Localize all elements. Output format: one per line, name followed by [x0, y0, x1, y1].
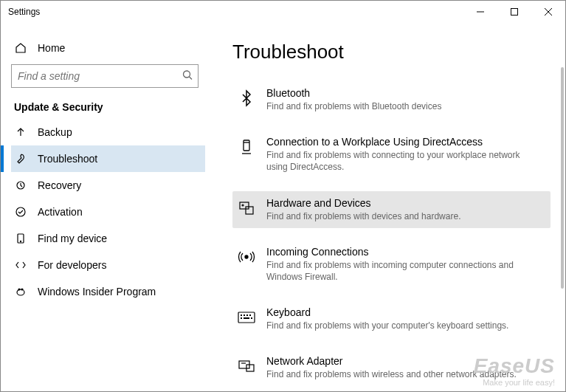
svg-rect-17 [240, 202, 249, 209]
troubleshoot-item-label: Bluetooth [266, 87, 441, 99]
window-controls [463, 1, 565, 23]
sidebar-section-title: Update & Security [11, 101, 205, 119]
svg-point-11 [17, 289, 24, 295]
sidebar-item-label: Windows Insider Program [38, 286, 156, 298]
sidebar-item-label: Recovery [38, 179, 81, 191]
window-title: Settings [8, 7, 40, 17]
search-input[interactable] [11, 64, 199, 88]
page-title: Troubleshoot [232, 41, 551, 63]
backup-icon [14, 126, 27, 138]
close-button[interactable] [531, 1, 565, 23]
sidebar-item-label: Troubleshoot [38, 153, 97, 165]
svg-rect-28 [251, 317, 252, 319]
insider-icon [14, 286, 27, 298]
troubleshoot-item-desc: Find and fix problems with Bluetooth dev… [266, 100, 441, 112]
svg-rect-24 [246, 314, 248, 316]
svg-rect-25 [249, 314, 251, 316]
home-icon [14, 42, 27, 54]
troubleshoot-item-desc: Find and fix problems with incoming comp… [266, 259, 543, 283]
svg-rect-1 [511, 9, 518, 16]
incoming-icon [237, 247, 256, 267]
troubleshoot-item-incoming[interactable]: Incoming Connections Find and fix proble… [232, 240, 551, 289]
svg-point-19 [242, 204, 244, 206]
sidebar-item-find-my-device[interactable]: Find my device [11, 225, 205, 252]
svg-rect-18 [246, 207, 253, 214]
troubleshoot-item-label: Network Adapter [266, 355, 517, 367]
troubleshoot-item-desc: Find and fix problems with wireless and … [266, 368, 517, 380]
troubleshoot-item-desc: Find and fix problems with devices and h… [266, 210, 460, 222]
sidebar-item-label: Activation [38, 206, 83, 218]
troubleshoot-item-desc: Find and fix problems with your computer… [266, 320, 508, 331]
troubleshoot-item-desc: Find and fix problems with connecting to… [266, 149, 543, 173]
scrollbar-thumb[interactable] [561, 67, 564, 289]
find-device-icon [14, 233, 27, 244]
svg-point-10 [20, 241, 21, 241]
developers-icon [14, 259, 27, 271]
troubleshoot-item-label: Keyboard [266, 306, 508, 318]
troubleshoot-item-network-adapter[interactable]: Network Adapter Find and fix problems wi… [232, 349, 551, 386]
troubleshoot-item-label: Hardware and Devices [266, 197, 460, 209]
sidebar-item-activation[interactable]: Activation [11, 199, 205, 225]
settings-window: Settings Home [0, 0, 566, 392]
sidebar-nav: Backup Troubleshoot Recovery [11, 119, 205, 305]
activation-icon [14, 206, 27, 218]
troubleshoot-item-bluetooth[interactable]: Bluetooth Find and fix problems with Blu… [232, 81, 551, 118]
keyboard-icon [237, 308, 256, 327]
main-content: Troubleshoot Bluetooth Find and fix prob… [210, 23, 565, 391]
svg-point-4 [184, 71, 190, 78]
sidebar-item-insider[interactable]: Windows Insider Program [11, 278, 205, 305]
troubleshoot-list: Bluetooth Find and fix problems with Blu… [232, 81, 551, 391]
sidebar-item-for-developers[interactable]: For developers [11, 252, 205, 278]
troubleshoot-icon [14, 153, 27, 165]
troubleshoot-item-label: Incoming Connections [266, 246, 543, 258]
svg-rect-22 [241, 314, 242, 316]
svg-rect-14 [244, 140, 249, 151]
sidebar-item-label: Backup [38, 126, 72, 138]
svg-point-20 [245, 255, 248, 258]
search-wrap [11, 64, 199, 88]
troubleshoot-item-hardware[interactable]: Hardware and Devices Find and fix proble… [232, 191, 551, 228]
svg-point-8 [16, 207, 25, 216]
svg-rect-23 [244, 314, 245, 316]
sidebar-item-recovery[interactable]: Recovery [11, 172, 205, 199]
svg-rect-27 [244, 317, 249, 319]
svg-line-5 [190, 77, 193, 80]
sidebar-item-label: Find my device [38, 233, 107, 244]
sidebar-item-troubleshoot[interactable]: Troubleshoot [11, 145, 205, 172]
directaccess-icon [237, 137, 256, 157]
hardware-icon [237, 199, 256, 218]
bluetooth-icon [237, 89, 256, 108]
search-icon [182, 70, 193, 83]
sidebar: Home Update & Security Backup [1, 23, 210, 391]
network-adapter-icon [237, 357, 256, 376]
maximize-button[interactable] [497, 1, 531, 23]
titlebar: Settings [1, 1, 565, 23]
sidebar-item-label: For developers [38, 259, 106, 271]
svg-rect-26 [241, 317, 242, 319]
troubleshoot-item-keyboard[interactable]: Keyboard Find and fix problems with your… [232, 300, 551, 337]
troubleshoot-item-directaccess[interactable]: Connection to a Workplace Using DirectAc… [232, 130, 551, 179]
minimize-button[interactable] [463, 1, 497, 23]
sidebar-home[interactable]: Home [11, 36, 205, 64]
troubleshoot-item-label: Connection to a Workplace Using DirectAc… [266, 136, 543, 148]
sidebar-home-label: Home [38, 42, 65, 54]
recovery-icon [14, 179, 27, 191]
sidebar-item-backup[interactable]: Backup [11, 119, 205, 145]
